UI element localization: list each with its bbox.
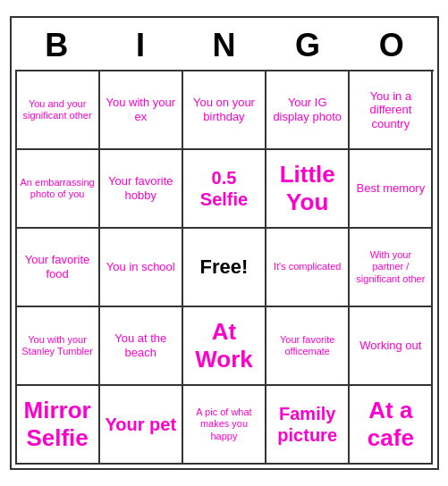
letter-b: B <box>17 27 96 64</box>
bingo-cell-6: Your favorite hobby <box>100 150 183 229</box>
bingo-cell-11: You in school <box>100 229 183 307</box>
bingo-cell-23: Family picture <box>266 386 350 465</box>
bingo-cell-20: Mirror Selfie <box>17 386 100 465</box>
bingo-cell-13: It's complicated <box>266 229 350 307</box>
bingo-cell-2: You on your birthday <box>183 71 266 150</box>
bingo-cell-12: Free! <box>183 229 266 307</box>
bingo-cell-14: With your partner / significant other <box>350 229 433 307</box>
bingo-cell-3: Your IG display photo <box>266 71 350 150</box>
letter-o: O <box>352 27 431 64</box>
bingo-cell-16: You at the beach <box>100 307 183 386</box>
bingo-cell-9: Best memory <box>350 150 433 229</box>
letter-n: N <box>184 27 263 64</box>
bingo-cell-19: Working out <box>350 307 433 386</box>
bingo-grid: You and your significant otherYou with y… <box>15 70 434 465</box>
bingo-cell-22: A pic of what makes you happy <box>183 386 266 465</box>
bingo-card: B I N G O You and your significant other… <box>10 16 439 470</box>
bingo-cell-10: Your favorite food <box>17 229 100 307</box>
bingo-cell-15: You with your Stanley Tumbler <box>17 307 100 386</box>
bingo-cell-1: You with your ex <box>100 71 183 150</box>
bingo-cell-4: You in a different country <box>350 71 433 150</box>
letter-i: I <box>101 27 180 64</box>
bingo-cell-21: Your pet <box>100 386 183 465</box>
bingo-cell-24: At a cafe <box>350 386 433 465</box>
bingo-cell-8: Little You <box>266 150 350 229</box>
bingo-header: B I N G O <box>15 21 434 70</box>
bingo-cell-18: Your favorite officemate <box>266 307 350 386</box>
bingo-cell-5: An embarrassing photo of you <box>17 150 100 229</box>
letter-g: G <box>268 27 347 64</box>
bingo-cell-17: At Work <box>183 307 266 386</box>
bingo-cell-7: 0.5 Selfie <box>183 150 266 229</box>
bingo-cell-0: You and your significant other <box>17 71 100 150</box>
